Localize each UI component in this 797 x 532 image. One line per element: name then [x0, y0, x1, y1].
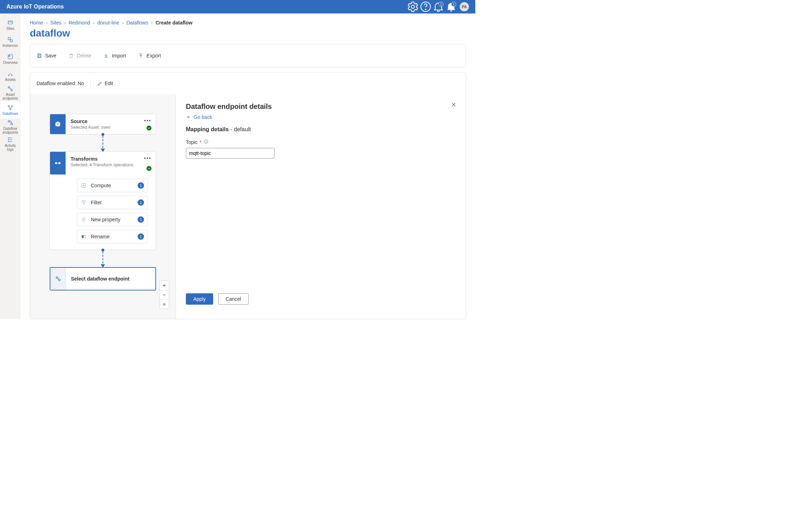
alerts-badge: 1: [438, 2, 443, 7]
settings-button[interactable]: [406, 0, 419, 13]
bell-icon: [445, 0, 458, 13]
node-source[interactable]: Source Selected Asset: oven •••: [50, 114, 156, 134]
toolbar-panel: Save Delete Import Export: [30, 44, 466, 67]
page-title: dataflow: [30, 28, 466, 39]
bc-section[interactable]: Dataflows: [127, 20, 148, 26]
user-avatar[interactable]: PA: [460, 2, 469, 11]
topbar: Azure IoT Operations 1 1 PA: [0, 0, 475, 13]
nav-sites[interactable]: Sites: [0, 16, 20, 33]
main-content: Home › Sites › Redmond › donut-line › Da…: [21, 13, 475, 319]
asset-endpoints-icon: [7, 85, 13, 92]
op-count: 1: [138, 216, 144, 223]
import-button[interactable]: Import: [103, 53, 126, 59]
zoom-in-button[interactable]: +: [160, 281, 169, 290]
nav-dataflow-endpoints[interactable]: Dataflow endpoints: [0, 118, 20, 135]
node-transforms-menu[interactable]: •••: [144, 155, 151, 161]
graph-canvas[interactable]: Source Selected Asset: oven •••: [30, 94, 176, 319]
endpoint-icon: [55, 275, 62, 282]
transform-rename[interactable]: Rename 1: [77, 230, 148, 243]
op-count: 1: [138, 199, 144, 206]
status-panel: Dataflow enabled: No Edit: [30, 72, 466, 94]
svg-rect-22: [55, 162, 57, 164]
details-heading: Dataflow endpoint details: [186, 102, 456, 111]
nav-activity-logs[interactable]: Activity logs: [0, 135, 20, 153]
fit-icon: [162, 302, 166, 306]
transform-compute[interactable]: Compute 1: [77, 179, 148, 192]
notifications-button[interactable]: 1: [445, 0, 458, 13]
bell-outline-icon: [432, 0, 445, 13]
compute-icon: [81, 183, 87, 188]
required-asterisk: *: [200, 139, 201, 145]
svg-rect-16: [11, 123, 13, 125]
nav-dataflows[interactable]: Dataflows: [0, 101, 20, 118]
sites-icon: [7, 20, 13, 26]
svg-rect-25: [82, 235, 84, 238]
alerts-button[interactable]: 1: [432, 0, 445, 13]
edit-button[interactable]: Edit: [97, 81, 113, 86]
zoom-out-button[interactable]: −: [160, 290, 169, 299]
dataflow-enabled-label: Dataflow enabled: No: [37, 81, 84, 86]
help-button[interactable]: [419, 0, 432, 13]
info-button[interactable]: [204, 139, 209, 145]
nav-overview[interactable]: Overview: [0, 50, 20, 67]
select-endpoint-button[interactable]: Select dataflow endpoint: [50, 267, 156, 290]
bc-home[interactable]: Home: [30, 20, 43, 26]
svg-rect-4: [8, 38, 10, 40]
apply-button[interactable]: Apply: [186, 293, 213, 305]
zoom-controls: + −: [159, 281, 169, 309]
help-icon: [419, 0, 432, 13]
save-icon: [37, 53, 42, 59]
nav-assets[interactable]: Assets: [0, 67, 20, 84]
svg-rect-30: [164, 304, 165, 305]
zoom-fit-button[interactable]: [160, 299, 169, 309]
bc-site[interactable]: Redmond: [68, 20, 90, 26]
bc-current: Create dataflow: [155, 20, 192, 26]
delete-icon: [68, 53, 74, 59]
cancel-button[interactable]: Cancel: [218, 293, 249, 305]
delete-button: Delete: [68, 53, 91, 59]
go-back-link[interactable]: Go back: [186, 114, 456, 120]
close-icon: [451, 102, 456, 107]
svg-point-0: [411, 5, 415, 9]
svg-rect-26: [84, 235, 86, 238]
svg-rect-3: [8, 21, 12, 24]
bc-instance[interactable]: donut-line: [98, 20, 120, 26]
nav-asset-endpoints[interactable]: Asset endpoints: [0, 84, 20, 101]
node-source-sub: Selected Asset: oven: [71, 125, 151, 130]
cube-icon: [54, 121, 61, 128]
filter-icon: [81, 200, 87, 205]
dataflows-icon: [7, 105, 13, 111]
close-button[interactable]: [451, 102, 456, 109]
node-source-menu[interactable]: •••: [144, 118, 151, 123]
export-button[interactable]: Export: [138, 53, 161, 59]
topic-label: Topic *: [186, 139, 456, 145]
svg-point-12: [8, 105, 10, 107]
topic-input[interactable]: [186, 148, 275, 159]
assets-icon: [7, 71, 13, 77]
details-pane: Dataflow endpoint details Go back Mappin…: [176, 94, 466, 319]
arrow-left-icon: [186, 115, 191, 120]
svg-point-13: [11, 105, 13, 107]
import-icon: [103, 53, 109, 59]
svg-point-14: [10, 109, 11, 110]
svg-rect-15: [8, 121, 10, 122]
node-transforms[interactable]: Transforms Selected: 4 Transform operati…: [50, 151, 156, 250]
node-transforms-title: Transforms: [71, 156, 151, 162]
svg-rect-5: [10, 40, 12, 42]
bc-sites[interactable]: Sites: [50, 20, 61, 26]
brand-title: Azure IoT Operations: [6, 4, 64, 10]
rename-icon: [81, 234, 87, 239]
edit-icon: [97, 81, 103, 86]
svg-point-2: [425, 9, 426, 10]
save-button[interactable]: Save: [37, 53, 56, 59]
transform-filter[interactable]: Filter 1: [77, 196, 148, 209]
nav-instances[interactable]: Instances: [0, 33, 20, 50]
notifications-badge: 1: [451, 2, 456, 7]
gear-icon: [406, 0, 419, 13]
svg-rect-7: [9, 55, 10, 56]
svg-rect-20: [38, 54, 40, 55]
connector-2: [103, 250, 103, 267]
mapping-details-heading: Mapping details - default: [186, 126, 456, 133]
node-source-title: Source: [71, 118, 151, 124]
transform-new-property[interactable]: New property 1: [77, 213, 148, 226]
